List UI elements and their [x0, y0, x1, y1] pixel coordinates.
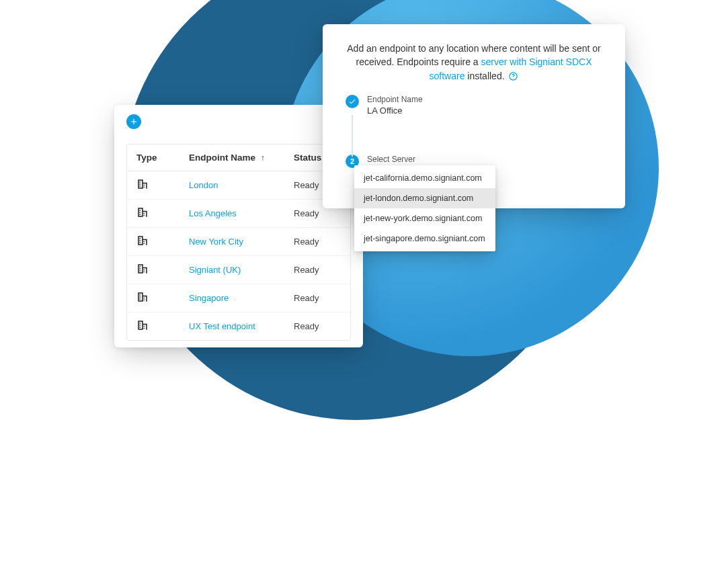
step2-label: Select Server	[367, 155, 415, 164]
building-icon	[136, 235, 189, 249]
step-connector	[352, 115, 353, 157]
step1-complete-badge	[346, 95, 359, 108]
server-option[interactable]: jet-new-york.demo.signiant.com	[354, 208, 495, 228]
building-icon	[136, 291, 189, 305]
table-row[interactable]: UX Test endpointReady	[127, 312, 350, 340]
endpoints-table: Type Endpoint Name ↑ Status LondonReadyL…	[126, 144, 351, 341]
check-icon	[348, 97, 356, 106]
plus-icon	[129, 117, 138, 126]
desc-post: installed.	[467, 71, 507, 81]
step1-label: Endpoint Name	[367, 95, 423, 104]
table-row[interactable]: Signiant (UK)Ready	[127, 255, 350, 284]
table-row[interactable]: LondonReady	[127, 171, 350, 199]
add-endpoint-button[interactable]	[126, 114, 141, 129]
col-header-name-label: Endpoint Name	[189, 153, 255, 163]
endpoint-status: Ready	[294, 265, 341, 275]
endpoint-name-link[interactable]: Singapore	[189, 293, 294, 303]
endpoint-name-link[interactable]: New York City	[189, 237, 294, 247]
endpoint-status: Ready	[294, 237, 341, 247]
building-icon	[136, 263, 189, 277]
table-header: Type Endpoint Name ↑ Status	[127, 144, 350, 171]
col-header-type[interactable]: Type	[136, 153, 189, 163]
server-dropdown[interactable]: jet-california.demo.signiant.comjet-lond…	[354, 165, 495, 251]
help-icon[interactable]	[508, 71, 518, 81]
building-icon	[136, 206, 189, 220]
table-row[interactable]: SingaporeReady	[127, 284, 350, 312]
endpoint-status: Ready	[294, 208, 341, 218]
svg-point-1	[514, 78, 514, 79]
table-row[interactable]: Los AngelesReady	[127, 199, 350, 227]
step1-value: LA Office	[367, 106, 423, 116]
building-icon	[136, 178, 189, 192]
server-option[interactable]: jet-london.demo.signiant.com	[354, 188, 495, 208]
endpoint-status: Ready	[294, 321, 341, 331]
server-option[interactable]: jet-singapore.demo.signiant.com	[354, 228, 495, 249]
add-endpoint-description: Add an endpoint to any location where co…	[343, 42, 605, 83]
step-endpoint-name: Endpoint Name LA Office	[346, 95, 605, 116]
endpoint-name-link[interactable]: Signiant (UK)	[189, 265, 294, 275]
endpoint-name-link[interactable]: London	[189, 180, 294, 190]
sort-asc-icon: ↑	[261, 153, 265, 163]
endpoint-status: Ready	[294, 293, 341, 303]
col-header-name[interactable]: Endpoint Name ↑	[189, 153, 294, 163]
table-row[interactable]: New York CityReady	[127, 227, 350, 255]
server-option[interactable]: jet-california.demo.signiant.com	[354, 168, 495, 188]
building-icon	[136, 319, 189, 333]
endpoint-name-link[interactable]: UX Test endpoint	[189, 321, 294, 331]
endpoint-name-link[interactable]: Los Angeles	[189, 208, 294, 218]
